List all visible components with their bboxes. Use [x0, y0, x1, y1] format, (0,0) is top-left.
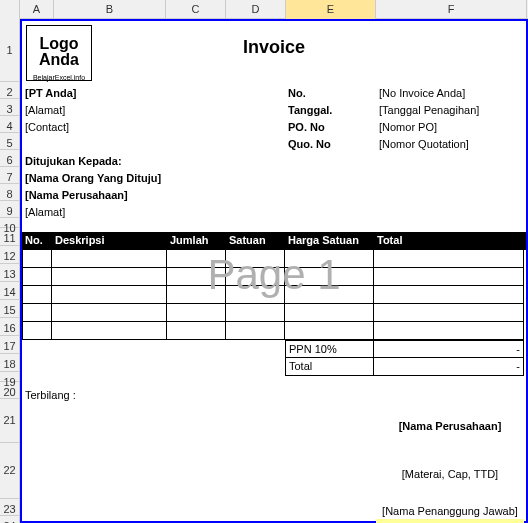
th-deskripsi: Deskripsi — [52, 232, 167, 250]
col-header-F[interactable]: F — [376, 0, 527, 19]
row-header-21[interactable]: 21 — [0, 399, 20, 443]
col-header-E[interactable]: E — [286, 0, 376, 19]
row-header-15[interactable]: 15 — [0, 300, 20, 318]
ppn-value: - — [374, 340, 524, 358]
col-header-D[interactable]: D — [226, 0, 286, 19]
table-header: No. Deskripsi Jumlah Satuan Harga Satuan… — [22, 232, 526, 250]
row-header-9[interactable]: 9 — [0, 201, 20, 218]
terbilang-label[interactable]: Terbilang : — [22, 387, 79, 403]
table-row[interactable] — [22, 250, 526, 268]
sign-company[interactable]: [Nama Perusahaan] — [376, 418, 524, 434]
summary-total[interactable]: Total - — [285, 358, 525, 376]
label-quo[interactable]: Quo. No — [285, 136, 334, 152]
sign-pic[interactable]: [Nama Penanggung Jawab] — [376, 503, 524, 519]
th-jumlah: Jumlah — [167, 232, 226, 250]
value-no[interactable]: [No Invoice Anda] — [376, 85, 468, 101]
row-headers: 1 2 3 4 5 6 7 8 9 10 11 12 13 14 15 16 1… — [0, 19, 20, 523]
col-header-A[interactable]: A — [20, 0, 54, 19]
select-all-corner[interactable] — [0, 0, 20, 19]
row-header-2[interactable]: 2 — [0, 82, 20, 99]
col-header-C[interactable]: C — [166, 0, 226, 19]
table-row[interactable] — [22, 286, 526, 304]
row-header-4[interactable]: 4 — [0, 116, 20, 133]
row-header-24[interactable]: 24 — [0, 516, 20, 523]
row-header-23[interactable]: 23 — [0, 499, 20, 516]
th-harga: Harga Satuan — [285, 232, 374, 250]
spreadsheet-view: A B C D E F 1 2 3 4 5 6 7 8 9 10 11 12 1… — [0, 0, 528, 523]
summary-ppn[interactable]: PPN 10% - — [285, 340, 525, 358]
row-header-1[interactable]: 1 — [0, 19, 20, 82]
label-no[interactable]: No. — [285, 85, 309, 101]
recipient-address[interactable]: [Alamat] — [22, 204, 68, 220]
row-header-16[interactable]: 16 — [0, 318, 20, 336]
row-header-8[interactable]: 8 — [0, 184, 20, 201]
table-row[interactable] — [22, 304, 526, 322]
row-header-11[interactable]: 11 — [0, 228, 20, 246]
row-header-6[interactable]: 6 — [0, 150, 20, 167]
worksheet-grid[interactable]: Logo Anda BelajarExcel.info Invoice [PT … — [20, 19, 528, 523]
row-header-3[interactable]: 3 — [0, 99, 20, 116]
sender-address[interactable]: [Alamat] — [22, 102, 68, 118]
total-label: Total — [285, 358, 374, 376]
label-po[interactable]: PO. No — [285, 119, 328, 135]
row-header-10[interactable]: 10 — [0, 218, 20, 228]
recipient-company[interactable]: [Nama Perusahaan] — [22, 187, 131, 203]
th-total: Total — [374, 232, 524, 250]
value-quo[interactable]: [Nomor Quotation] — [376, 136, 472, 152]
sender-company[interactable]: [PT Anda] — [22, 85, 80, 101]
recipient-heading[interactable]: Ditujukan Kepada: — [22, 153, 125, 169]
th-satuan: Satuan — [226, 232, 285, 250]
recipient-name[interactable]: [Nama Orang Yang Dituju] — [22, 170, 164, 186]
value-tanggal[interactable]: [Tanggal Penagihan] — [376, 102, 482, 118]
row-header-19[interactable]: 19 — [0, 372, 20, 382]
col-header-B[interactable]: B — [54, 0, 166, 19]
row-header-14[interactable]: 14 — [0, 282, 20, 300]
value-po[interactable]: [Nomor PO] — [376, 119, 440, 135]
column-headers: A B C D E F — [0, 0, 528, 19]
sign-role[interactable]: [Jabatan / Divisi] — [376, 519, 524, 523]
total-value: - — [374, 358, 524, 376]
row-header-17[interactable]: 17 — [0, 336, 20, 354]
label-tanggal[interactable]: Tanggal. — [285, 102, 335, 118]
row-header-22[interactable]: 22 — [0, 443, 20, 499]
row-header-13[interactable]: 13 — [0, 264, 20, 282]
invoice-title: Invoice — [22, 37, 526, 58]
th-no: No. — [22, 232, 52, 250]
sign-stamp[interactable]: [Materai, Cap, TTD] — [376, 466, 524, 482]
row-header-5[interactable]: 5 — [0, 133, 20, 150]
row-header-7[interactable]: 7 — [0, 167, 20, 184]
sender-contact[interactable]: [Contact] — [22, 119, 72, 135]
ppn-label: PPN 10% — [285, 340, 374, 358]
row-header-20[interactable]: 20 — [0, 382, 20, 399]
row-header-12[interactable]: 12 — [0, 246, 20, 264]
row-header-18[interactable]: 18 — [0, 354, 20, 372]
table-row[interactable] — [22, 268, 526, 286]
logo-subtext: BelajarExcel.info — [27, 74, 91, 81]
table-row[interactable] — [22, 322, 526, 340]
